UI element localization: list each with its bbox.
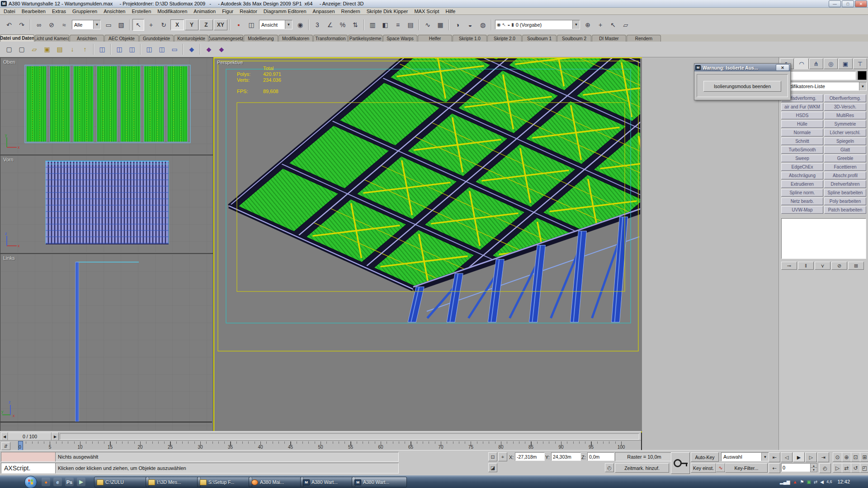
selection-set-dropdown[interactable]: Auswahl ▼	[721, 452, 769, 461]
open-recent-icon[interactable]: ▢	[16, 43, 28, 55]
selection-filter-dropdown[interactable]: Alle▼	[72, 20, 101, 29]
modifier-button[interactable]: Schnitt	[781, 137, 823, 145]
curve-editor-icon[interactable]: ∿	[422, 19, 434, 31]
print-size-wizard-icon[interactable]: ◫	[156, 43, 168, 55]
axis-xy-button[interactable]: XY	[214, 19, 227, 30]
asset-browser-icon[interactable]: ◫	[113, 43, 125, 55]
viewport-left[interactable]: Links yzx	[0, 253, 213, 432]
fov-icon[interactable]: ▷	[833, 463, 842, 473]
axis-y-button[interactable]: Y	[185, 19, 198, 30]
render-setup-icon[interactable]: ◒	[464, 19, 476, 31]
modifier-button[interactable]: Normale	[781, 129, 823, 136]
x-coordinate-field[interactable]	[515, 452, 545, 461]
modifier-button[interactable]: Facettieren	[824, 163, 866, 171]
render-presets-icon[interactable]: ◫	[126, 43, 138, 55]
layer-dropdown[interactable]: ◉↖◒▮0 (Vorgabe)▼	[495, 20, 580, 29]
object-name-field[interactable]	[781, 71, 856, 80]
flag-tray-icon[interactable]: ⚑	[800, 479, 804, 484]
menu-max-script[interactable]: MAX Script	[414, 9, 439, 14]
tab-aec-objekte[interactable]: AEC Objekte	[104, 35, 139, 42]
time-back-button[interactable]: ◀	[1, 432, 8, 441]
y-coordinate-field[interactable]	[551, 452, 581, 461]
percent-snap-icon[interactable]: %	[337, 19, 349, 31]
zoom-extents-all-icon[interactable]: ⊞	[860, 452, 868, 462]
menu-ansichten[interactable]: Ansichten	[104, 9, 125, 14]
select-object-icon[interactable]: ↖	[132, 19, 144, 31]
tab-skripte-2-0[interactable]: Skripte 2.0	[487, 35, 522, 42]
batch-render-icon[interactable]: ◫	[143, 43, 155, 55]
quicklaunch-ie-icon[interactable]: e	[53, 478, 62, 486]
modifier-button[interactable]: Spiegeln	[824, 137, 866, 145]
usb-tray-icon[interactable]: ⇄	[814, 479, 817, 484]
tab-rendern[interactable]: Rendern	[627, 35, 661, 42]
tab-transformation[interactable]: Transformation	[313, 35, 348, 42]
viewport-top[interactable]: Oben xy	[0, 57, 213, 155]
modifier-button[interactable]: Oberflverformg.	[824, 94, 866, 102]
tab-licht-und-kamera[interactable]: Licht und Kamera	[35, 35, 69, 42]
warning-tray-icon[interactable]: ▲	[793, 479, 797, 484]
use-center-icon[interactable]: ◉	[294, 19, 306, 31]
menu-extras[interactable]: Extras	[52, 9, 66, 14]
hierarchy-tab-icon[interactable]: ⋔	[809, 58, 823, 69]
additional-help-icon[interactable]: ◆	[216, 43, 227, 55]
unlink-icon[interactable]: ⊘	[46, 19, 57, 31]
import-icon[interactable]: ↓	[66, 43, 78, 55]
show-end-result-icon[interactable]: ‖	[798, 262, 814, 270]
modifier-button[interactable]: Netz bearb.	[781, 197, 823, 205]
mini-curve-editor-icon[interactable]: ⇵	[1, 442, 10, 450]
modifier-button[interactable]: Sweep	[781, 155, 823, 162]
viewport-perspective[interactable]: Perspektive Total Polys:420.971 Verts:23…	[213, 57, 643, 432]
maximize-viewport-icon[interactable]: ◰	[860, 463, 868, 473]
viewport-top-label[interactable]: Oben	[3, 59, 15, 65]
chevron-down-icon[interactable]: ▼	[285, 20, 292, 29]
key-filters-button[interactable]: Key-Filter...	[725, 463, 768, 473]
quicklaunch-browser-icon[interactable]: ●	[42, 478, 50, 486]
menu-reaktor[interactable]: Reaktor	[240, 9, 257, 14]
tab-helfer[interactable]: Helfer	[418, 35, 452, 42]
key-step-toggle-icon[interactable]: ⇠	[769, 463, 780, 473]
dialog-title-bar[interactable]: M Warnung: Isolierte Aus... ✕	[694, 64, 790, 71]
tab-konturobjekte[interactable]: Konturobjekte	[174, 35, 208, 42]
schematic-view-icon[interactable]: ▦	[434, 19, 446, 31]
taskbar-button[interactable]: MA380 Wart...	[352, 477, 407, 488]
menu-hilfe[interactable]: Hilfe	[445, 9, 455, 14]
axis-x-button[interactable]: X	[170, 19, 184, 30]
axis-z-button[interactable]: Z	[199, 19, 213, 30]
frame-spin-down-icon[interactable]: ▼	[810, 467, 817, 472]
chevron-down-icon[interactable]: ▼	[859, 82, 866, 90]
tab-soulbourn-1[interactable]: Soulbourn 1	[522, 35, 557, 42]
key-curve-icon[interactable]: ∿	[716, 463, 725, 472]
select-rotate-icon[interactable]: ↻	[158, 19, 170, 31]
gpu-tray-icon[interactable]: ▣	[807, 479, 811, 484]
menu-figur[interactable]: Figur	[222, 9, 233, 14]
modifier-stack-list[interactable]	[781, 218, 866, 259]
menu-rendern[interactable]: Rendern	[341, 9, 360, 14]
modifier-button[interactable]: HSDS	[781, 112, 823, 119]
auto-key-button[interactable]: Auto-Key	[691, 452, 719, 462]
time-forward-button[interactable]: ▶	[52, 432, 59, 441]
display-tab-icon[interactable]: ▣	[838, 58, 852, 69]
utilities-tab-icon[interactable]: ⊤	[853, 58, 867, 69]
tab-modellierung[interactable]: Modellierung	[244, 35, 278, 42]
tab-partikelsysteme[interactable]: Partikelsysteme	[348, 35, 382, 42]
tab-soulbourn-2[interactable]: Soulbourn 2	[557, 35, 591, 42]
modifier-button[interactable]: Spline bearbeiten	[824, 189, 866, 197]
quicklaunch-app1-icon[interactable]: Ps	[65, 478, 74, 486]
current-frame-field[interactable]	[781, 463, 812, 472]
make-unique-icon[interactable]: ⋎	[815, 262, 830, 270]
close-button[interactable]: ✕	[855, 0, 867, 7]
z-coordinate-field[interactable]	[587, 452, 614, 461]
object-color-swatch[interactable]	[858, 71, 867, 80]
taskbar-button[interactable]: I:\3D Mes...	[146, 477, 201, 488]
zoom-all-icon[interactable]: ⊕	[842, 452, 851, 462]
start-button[interactable]	[24, 476, 37, 488]
modifier-button[interactable]: Greeble	[824, 155, 866, 162]
modifier-button[interactable]: MultiRes	[824, 112, 866, 119]
tab-zusammengesetzt[interactable]: Zusammengesetzt	[209, 35, 243, 42]
modifier-button[interactable]: EdgeChEx	[781, 163, 823, 171]
modifier-list-dropdown[interactable]: Modifikatoren-Liste ▼	[781, 82, 867, 91]
prev-frame-button[interactable]: ◁	[781, 452, 793, 462]
tutorials-icon[interactable]: ◆	[203, 43, 215, 55]
modifier-button[interactable]: Abschrägung	[781, 172, 823, 179]
taskbar-button[interactable]: C:\ZULU	[94, 477, 149, 488]
